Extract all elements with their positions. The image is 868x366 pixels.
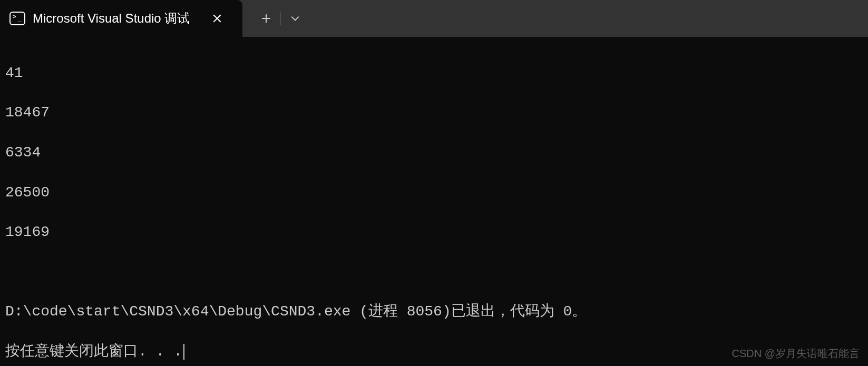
close-icon (212, 14, 222, 23)
text-cursor (183, 344, 184, 360)
output-line: 6334 (5, 143, 863, 163)
titlebar: Microsoft Visual Studio 调试 (0, 0, 868, 37)
close-tab-button[interactable] (209, 10, 226, 27)
output-line: 26500 (5, 183, 863, 203)
plus-icon (261, 14, 271, 23)
terminal-icon (9, 12, 25, 25)
new-tab-button[interactable] (253, 8, 279, 29)
blank-line (5, 262, 863, 282)
tab-dropdown-button[interactable] (282, 8, 308, 29)
active-tab[interactable]: Microsoft Visual Studio 调试 (0, 0, 242, 37)
watermark: CSDN @岁月失语唯石能言 (732, 347, 860, 361)
terminal-output[interactable]: 41 18467 6334 26500 19169 D:\code\start\… (0, 37, 868, 366)
exit-message: D:\code\start\CSND3\x64\Debug\CSND3.exe … (5, 302, 863, 322)
close-prompt: 按任意键关闭此窗口. . . (5, 343, 182, 360)
output-line: 18467 (5, 103, 863, 123)
tab-title: Microsoft Visual Studio 调试 (33, 10, 201, 27)
output-line: 41 (5, 63, 863, 83)
divider (280, 12, 281, 25)
output-line: 19169 (5, 222, 863, 242)
chevron-down-icon (290, 14, 300, 23)
tab-actions (242, 0, 308, 37)
